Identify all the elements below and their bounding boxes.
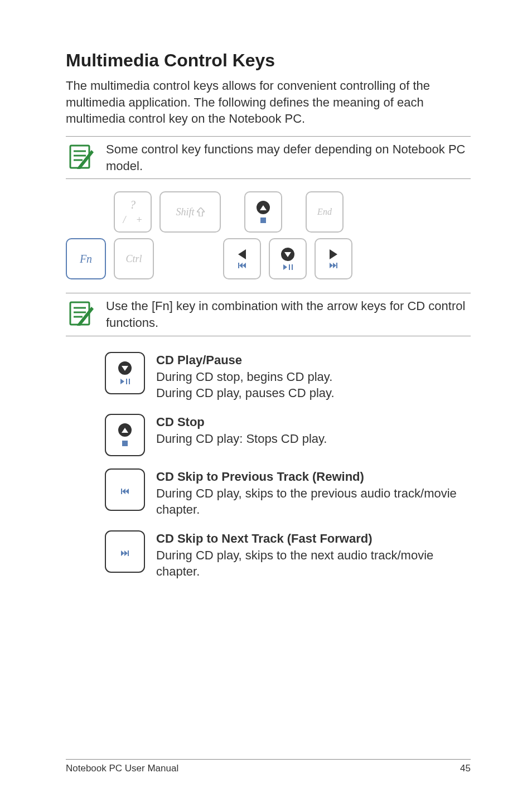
key-question-plus: + bbox=[136, 215, 142, 225]
func-line: During CD stop, begins CD play. bbox=[156, 369, 335, 385]
key-shift: Shift bbox=[159, 191, 221, 233]
function-prev: CD Skip to Previous Track (Rewind) Durin… bbox=[66, 468, 471, 518]
footer-page-number: 45 bbox=[460, 763, 471, 774]
note-box-2: Use the [Fn] key in combination with the… bbox=[66, 293, 471, 336]
note-text-2: Use the [Fn] key in combination with the… bbox=[106, 298, 471, 331]
func-key-next bbox=[105, 530, 145, 573]
keyboard-diagram: ? / + Shift End Fn bbox=[66, 191, 471, 279]
function-stop: CD Stop During CD play: Stops CD play. bbox=[66, 414, 471, 456]
func-key-prev bbox=[105, 468, 145, 511]
func-title: CD Skip to Previous Track (Rewind) bbox=[156, 468, 471, 485]
key-shift-label: Shift bbox=[176, 206, 194, 218]
func-line: During CD play: Stops CD play. bbox=[156, 431, 327, 447]
key-end: End bbox=[306, 191, 344, 233]
key-end-label: End bbox=[317, 207, 332, 217]
footer-left: Notebook PC User Manual bbox=[66, 763, 178, 774]
note-text-1: Some control key functions may defer dep… bbox=[106, 141, 471, 174]
key-question: ? / + bbox=[114, 191, 152, 233]
function-play-pause: CD Play/Pause During CD stop, begins CD … bbox=[66, 352, 471, 402]
page-heading: Multimedia Control Keys bbox=[66, 50, 471, 71]
intro-paragraph: The multimedia control keys allows for c… bbox=[66, 78, 471, 127]
key-question-top: ? bbox=[130, 199, 136, 210]
page-footer: Notebook PC User Manual 45 bbox=[66, 759, 471, 774]
note-icon bbox=[66, 141, 96, 171]
func-title: CD Play/Pause bbox=[156, 352, 335, 369]
key-fn: Fn bbox=[66, 238, 106, 279]
func-title: CD Stop bbox=[156, 414, 327, 431]
key-arrow-left bbox=[223, 238, 261, 279]
func-line: During CD play, pauses CD play. bbox=[156, 385, 335, 402]
func-key-stop bbox=[105, 414, 145, 456]
func-title: CD Skip to Next Track (Fast Forward) bbox=[156, 530, 471, 547]
key-fn-label: Fn bbox=[80, 253, 92, 265]
key-arrow-right bbox=[315, 238, 352, 279]
key-ctrl: Ctrl bbox=[114, 238, 154, 279]
function-next: CD Skip to Next Track (Fast Forward) Dur… bbox=[66, 530, 471, 580]
func-line: During CD play, skips to the previous au… bbox=[156, 485, 471, 518]
key-arrow-up bbox=[244, 191, 282, 233]
key-question-slash: / bbox=[123, 215, 125, 225]
note-icon bbox=[66, 298, 96, 328]
func-key-play-pause bbox=[105, 352, 145, 394]
key-arrow-down bbox=[269, 238, 307, 279]
func-line: During CD play, skips to the next audio … bbox=[156, 547, 471, 580]
key-ctrl-label: Ctrl bbox=[125, 253, 142, 265]
note-box-1: Some control key functions may defer dep… bbox=[66, 136, 471, 179]
function-list: CD Play/Pause During CD stop, begins CD … bbox=[66, 352, 471, 580]
